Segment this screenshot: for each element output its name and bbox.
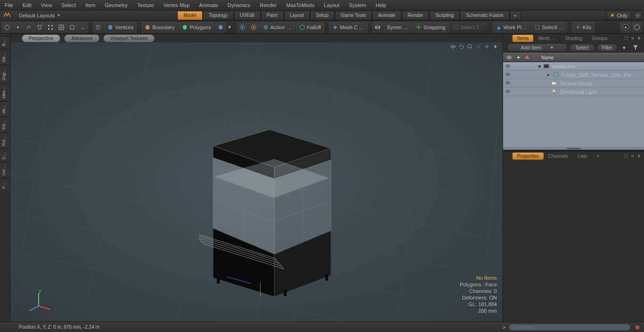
rp-tab-add[interactable]: + [592, 153, 604, 160]
menu-texture[interactable]: Texture [132, 2, 159, 8]
eye-icon[interactable] [505, 89, 512, 95]
rp-tab-properties[interactable]: Properties [512, 153, 544, 160]
expand-arrow-icon[interactable]: ▼ [537, 64, 542, 69]
tab-gametools[interactable]: Game Tools [335, 11, 372, 20]
dropdown-arrow-icon[interactable]: ▾ [227, 22, 232, 32]
panel-gear-icon[interactable] [630, 153, 636, 159]
link-column-icon[interactable]: ✦ [516, 55, 520, 61]
target-b-icon[interactable] [248, 22, 259, 32]
rp-tab-shading[interactable]: Shading [561, 35, 587, 42]
rp-tab-mesh[interactable]: Mesh … [533, 35, 560, 42]
menu-dynamics[interactable]: Dynamics [223, 2, 255, 8]
layout-dropdown[interactable]: Default Layouts▼ [15, 13, 64, 18]
rp-tab-items[interactable]: Items [512, 35, 533, 42]
tool-grid-icon[interactable] [56, 22, 66, 32]
tool-cube-icon[interactable] [93, 22, 103, 32]
tool-square-icon[interactable] [67, 22, 77, 32]
item-tree[interactable]: ▼ modo.lxo ▸ Fridge_Self_Service_Line_El… [503, 62, 644, 147]
side-tab-6[interactable]: Pol… [0, 132, 10, 149]
menu-maxtomodo[interactable]: MaxToModo [281, 2, 319, 8]
tab-layout[interactable]: Layout [284, 11, 310, 20]
rp-tab-groups[interactable]: Groups [587, 35, 612, 42]
tree-row-light[interactable]: Directional Light [503, 88, 644, 96]
tab-uvedit[interactable]: UVEdit [234, 11, 261, 20]
menu-help[interactable]: Help [371, 2, 391, 8]
tool-path-icon[interactable] [24, 22, 34, 32]
only-toggle[interactable]: ★Only [606, 11, 632, 20]
name-column[interactable]: Name [541, 55, 554, 60]
settings-button[interactable] [634, 11, 642, 20]
panel-expand-icon[interactable] [623, 35, 629, 41]
side-tab-3[interactable]: Mes… [0, 83, 10, 101]
side-tab-0[interactable]: B… [0, 36, 10, 49]
tool-array-icon[interactable] [45, 22, 56, 32]
side-tab-9[interactable]: F… [0, 178, 10, 192]
panel-next-icon[interactable] [636, 153, 642, 159]
tree-row-mesh[interactable]: ▸ Fridge_Self_Service_Line_Ele … [503, 71, 644, 79]
kits-button[interactable]: Kits [572, 22, 594, 32]
vp-tab-advanced[interactable]: Advanced [64, 34, 99, 42]
cube-dropdown-icon[interactable] [215, 22, 226, 32]
menu-render[interactable]: Render [255, 2, 281, 8]
rp-tab-lists[interactable]: Lists [573, 153, 592, 160]
side-tab-5[interactable]: Ed… [0, 117, 10, 132]
panel-expand-icon[interactable] [623, 153, 629, 159]
menu-select[interactable]: Select [57, 2, 81, 8]
tree-row-scene[interactable]: ▼ modo.lxo [503, 62, 644, 71]
axis-gizmo[interactable]: y [25, 290, 53, 313]
side-tab-1[interactable]: De… [0, 49, 10, 65]
symmetry-icon[interactable] [372, 22, 383, 32]
target-a-icon[interactable] [237, 22, 248, 32]
snapping-button[interactable]: Snapping [413, 22, 449, 32]
visibility-column-icon[interactable] [506, 54, 512, 61]
menu-vertexmap[interactable]: Vertex Map [159, 2, 195, 8]
eye-icon[interactable] [505, 80, 512, 87]
falloff-button[interactable]: Falloff [296, 22, 324, 32]
symmetry-button[interactable]: Symm … [384, 22, 412, 32]
maximize-icon[interactable] [475, 43, 482, 50]
zoom-view-icon[interactable] [467, 43, 473, 50]
tab-model[interactable]: Model [177, 11, 202, 20]
polygons-button[interactable]: Polygons [179, 22, 214, 32]
tab-paint[interactable]: Paint [261, 11, 284, 20]
selection-button[interactable]: Selecti … [531, 22, 567, 32]
side-tab-8[interactable]: UV… [0, 162, 10, 178]
action-button[interactable]: Action… [260, 22, 296, 32]
filter-funnel-icon[interactable] [631, 43, 640, 52]
vp-tab-textures[interactable]: Viewport Textures [103, 34, 155, 42]
tab-animate[interactable]: Animate [372, 11, 402, 20]
side-tab-7[interactable]: C… [0, 149, 10, 162]
command-input[interactable] [508, 324, 631, 331]
tab-topology[interactable]: Topology [203, 11, 234, 20]
add-item-button[interactable]: Add Item▼ [507, 43, 568, 52]
menu-geometry[interactable]: Geometry [100, 2, 132, 8]
filter-button[interactable]: Filter [597, 44, 618, 52]
rp-tab-channels[interactable]: Channels [544, 153, 573, 160]
eye-icon[interactable] [505, 72, 512, 78]
view-next-icon[interactable] [492, 43, 499, 50]
mesh-constraint-button[interactable]: Mesh C … [329, 22, 368, 32]
menu-animate[interactable]: Animate [194, 2, 223, 8]
workplane-button[interactable]: Work Pl… [493, 22, 530, 32]
select-button[interactable]: Select [570, 44, 595, 52]
side-tab-4[interactable]: Ve… [0, 101, 10, 117]
tree-row-texturegroup[interactable]: Texture Group [503, 79, 644, 88]
rotate-view-icon[interactable] [458, 43, 465, 50]
menu-view[interactable]: View [36, 2, 57, 8]
record-button[interactable] [634, 324, 641, 331]
tab-render[interactable]: Render [402, 11, 429, 20]
tab-scripting[interactable]: Scripting [429, 11, 460, 20]
unreal-icon[interactable] [620, 22, 631, 32]
menu-layout[interactable]: Layout [319, 2, 344, 8]
panel-next-icon[interactable] [636, 35, 642, 41]
add-tab-button[interactable]: + [510, 11, 521, 20]
filter-dropdown-icon[interactable]: ▾ [619, 43, 629, 52]
eye-icon[interactable] [505, 63, 512, 70]
vp-tab-perspective[interactable]: Perspective [22, 34, 60, 42]
tool-lasso-icon[interactable] [34, 22, 45, 32]
viewport-3d[interactable]: No Items Polygons : Face Channels: 0 Def… [10, 42, 503, 322]
tab-schematic[interactable]: Schematic Fusion [460, 11, 509, 20]
menu-system[interactable]: System [344, 2, 371, 8]
select-through-button[interactable]: Select T… [450, 22, 488, 32]
view-settings-icon[interactable] [484, 43, 490, 50]
